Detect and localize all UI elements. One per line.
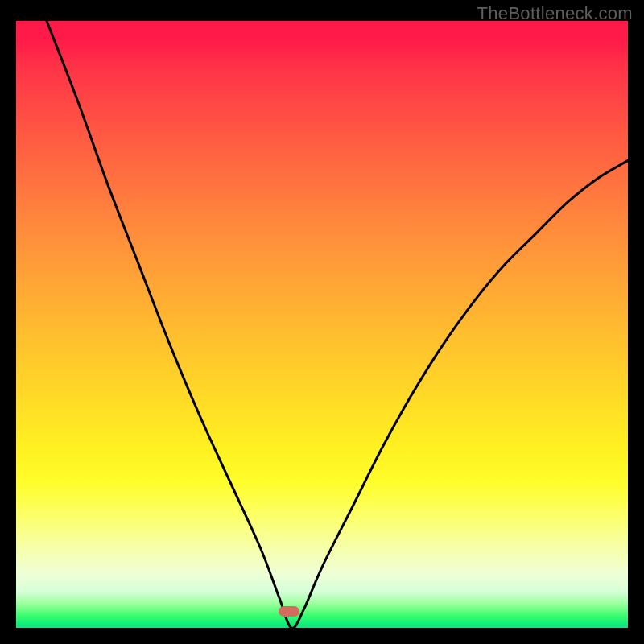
bottleneck-curve [47, 21, 628, 628]
chart-container: TheBottleneck.com [0, 0, 644, 644]
optimal-marker [279, 606, 299, 617]
watermark-text: TheBottleneck.com [477, 3, 633, 24]
plot-area [16, 21, 628, 628]
curve-layer [16, 21, 628, 628]
